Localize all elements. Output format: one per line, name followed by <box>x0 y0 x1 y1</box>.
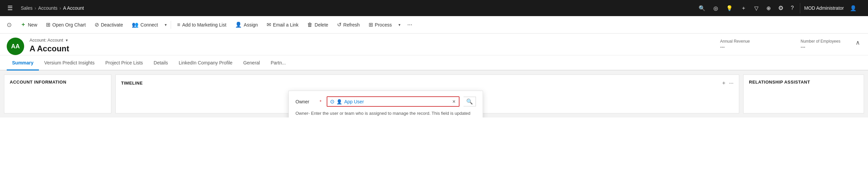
breadcrumb-accounts[interactable]: Accounts <box>38 5 58 11</box>
marketing-icon: ≡ <box>177 22 180 28</box>
timeline-more-button[interactable]: ··· <box>729 80 734 87</box>
owner-tooltip: Owner- Enter the user or team who is ass… <box>296 110 476 117</box>
process-icon: ⊞ <box>369 22 373 28</box>
header-fields: Annual Revenue --- Number of Employees -… <box>720 37 854 50</box>
open-org-chart-button[interactable]: ⊞ Open Org Chart <box>42 19 90 31</box>
filter-nav-button[interactable]: ▽ <box>751 3 762 13</box>
annual-revenue-value: --- <box>720 44 725 50</box>
new-nav-button[interactable]: ＋ <box>738 3 750 14</box>
annual-revenue-label: Annual Revenue <box>720 39 750 44</box>
timeline-add-button[interactable]: ＋ <box>721 80 726 87</box>
help-nav-button[interactable]: ? <box>787 3 797 13</box>
owner-clear-button[interactable]: × <box>452 99 456 105</box>
account-info-title: ACCOUNT INFORMATION <box>10 80 66 85</box>
timeline-actions: ＋ ··· <box>721 80 734 87</box>
connect-label: Connect <box>141 22 158 28</box>
command-separator <box>171 21 171 29</box>
tab-details[interactable]: Details <box>148 55 174 71</box>
connect-icon: 👥 <box>132 22 138 28</box>
tab-partners[interactable]: Partn... <box>265 55 291 71</box>
assign-icon: 👤 <box>235 22 242 28</box>
employees-value: --- <box>801 44 805 50</box>
record-name: A Account <box>30 44 720 53</box>
employees-label: Number of Employees <box>801 39 840 44</box>
email-icon: ✉ <box>267 22 271 28</box>
new-icon: ＋ <box>21 21 26 28</box>
tab-linkedin[interactable]: LinkedIn Company Profile <box>174 55 238 71</box>
new-button[interactable]: ＋ New <box>17 19 41 31</box>
relationship-card: Relationship Assistant <box>743 75 864 113</box>
tab-general[interactable]: General <box>238 55 265 71</box>
annual-revenue-field: Annual Revenue --- <box>720 39 774 50</box>
settings-nav-button[interactable]: ⚙ <box>775 2 786 14</box>
connect-button[interactable]: 👥 Connect <box>128 19 162 31</box>
content-area: ACCOUNT INFORMATION Timeline ＋ ··· Relat… <box>0 71 868 117</box>
refresh-button[interactable]: ↺ Refresh <box>333 19 364 31</box>
delete-button[interactable]: 🗑 Delete <box>303 19 332 31</box>
connect-dropdown-button[interactable]: ▾ <box>163 20 169 30</box>
ideas-nav-button[interactable]: 💡 <box>723 3 736 13</box>
process-label: Process <box>375 22 392 28</box>
hamburger-button[interactable]: ☰ <box>4 2 16 14</box>
account-info-card: ACCOUNT INFORMATION <box>4 75 111 113</box>
refresh-icon: ↺ <box>337 22 341 28</box>
email-link-button[interactable]: ✉ Email a Link <box>262 19 303 31</box>
breadcrumb-sep-2: › <box>59 5 61 11</box>
record-type-label: Account: Account <box>30 37 63 43</box>
record-type-row: Account: Account ▾ <box>30 37 720 43</box>
org-chart-label: Open Org Chart <box>52 22 86 28</box>
tab-versium[interactable]: Versium Predict Insights <box>39 55 100 71</box>
search-nav-button[interactable]: 🔍 <box>695 3 709 13</box>
back-button[interactable]: ⊙ <box>3 19 16 31</box>
user-section: MOD Administrator 👤 <box>800 3 864 13</box>
record-header: AA Account: Account ▾ A Account Annual R… <box>0 33 868 55</box>
breadcrumb: Sales › Accounts › A Account <box>21 5 84 11</box>
owner-popup: Owner * ⊙ 👤 App User × 🔍 Owner- Enter th… <box>288 91 483 117</box>
owner-label: Owner <box>296 99 316 104</box>
activity-nav-button[interactable]: ◎ <box>710 3 721 13</box>
delete-label: Delete <box>315 22 328 28</box>
org-chart-icon: ⊞ <box>46 22 50 28</box>
breadcrumb-current: A Account <box>63 5 84 11</box>
tooltip-title: Owner <box>296 111 308 116</box>
more-options-button[interactable]: ··· <box>403 19 416 31</box>
process-button[interactable]: ⊞ Process <box>365 19 396 31</box>
tooltip-body: - Enter the user or team who is assigned… <box>296 111 470 117</box>
tabs-bar: Summary Versium Predict Insights Project… <box>0 55 868 71</box>
breadcrumb-sep-1: › <box>35 5 36 11</box>
breadcrumb-sales[interactable]: Sales <box>21 5 33 11</box>
assign-label: Assign <box>244 22 258 28</box>
owner-input-wrapper: ⊙ 👤 App User × <box>327 96 460 107</box>
timeline-header: Timeline ＋ ··· <box>121 80 734 87</box>
owner-row: Owner * ⊙ 👤 App User × 🔍 <box>296 96 476 107</box>
owner-search-button[interactable]: 🔍 <box>464 97 476 106</box>
user-menu-button[interactable]: 👤 <box>846 3 860 13</box>
tab-price-lists[interactable]: Project Price Lists <box>100 55 148 71</box>
deactivate-icon: ⊘ <box>95 22 99 28</box>
employees-field: Number of Employees --- <box>801 39 854 50</box>
owner-person-icon: ⊙ <box>330 98 334 105</box>
refresh-label: Refresh <box>343 22 360 28</box>
header-collapse-button[interactable]: ∧ <box>854 37 861 48</box>
type-dropdown-arrow[interactable]: ▾ <box>66 38 68 43</box>
nav-icons-group: 🔍 ◎ 💡 ＋ ▽ ⊕ ⚙ ? <box>695 2 797 14</box>
relationship-title: Relationship Assistant <box>749 80 810 85</box>
assign-button[interactable]: 👤 Assign <box>231 19 262 31</box>
process-dropdown-button[interactable]: ▾ <box>397 20 402 30</box>
command-bar: ⊙ ＋ New ⊞ Open Org Chart ⊘ Deactivate 👥 … <box>0 16 868 33</box>
user-name: MOD Administrator <box>804 5 844 11</box>
expand-nav-button[interactable]: ⊕ <box>763 3 774 13</box>
add-marketing-list-button[interactable]: ≡ Add to Marketing List <box>173 19 230 31</box>
email-label: Email a Link <box>273 22 299 28</box>
record-info: Account: Account ▾ A Account <box>30 37 720 53</box>
owner-person-icon-2: 👤 <box>336 99 342 104</box>
tab-summary[interactable]: Summary <box>7 55 39 71</box>
deactivate-label: Deactivate <box>101 22 123 28</box>
marketing-label: Add to Marketing List <box>182 22 226 28</box>
deactivate-button[interactable]: ⊘ Deactivate <box>91 19 127 31</box>
new-label: New <box>28 22 37 28</box>
owner-input-value[interactable]: App User <box>344 99 450 104</box>
top-navigation: ☰ Sales › Accounts › A Account 🔍 ◎ 💡 ＋ ▽… <box>0 0 868 16</box>
avatar: AA <box>7 37 24 55</box>
relationship-header: Relationship Assistant <box>749 80 858 85</box>
